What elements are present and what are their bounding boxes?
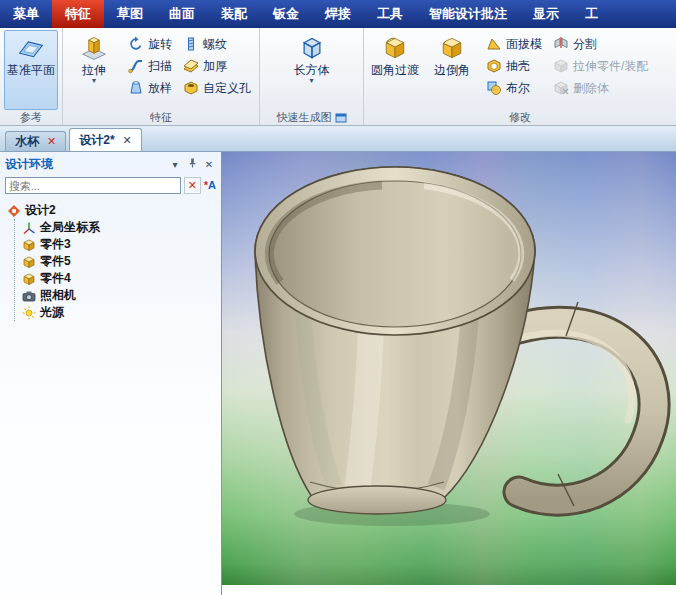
- draft-icon: [486, 36, 502, 52]
- doc-tab-design2-close-icon[interactable]: ✕: [123, 135, 132, 146]
- box-dropdown-icon[interactable]: ▾: [309, 77, 313, 85]
- split-button[interactable]: 分割: [549, 34, 652, 54]
- part-icon: [22, 238, 36, 252]
- extrude-dropdown-icon[interactable]: ▾: [92, 77, 96, 85]
- panel-title: 设计环境: [5, 156, 53, 173]
- reference-group-caption: 参考: [4, 110, 58, 125]
- menu-item-surface[interactable]: 曲面: [156, 0, 208, 28]
- datum-plane-icon: [17, 34, 45, 62]
- ribbon-group-reference: 基准平面 参考: [0, 28, 63, 125]
- shell-button[interactable]: 抽壳: [482, 56, 546, 76]
- ribbon-group-feature: 拉伸 ▾ 旋转: [63, 28, 260, 125]
- revolve-button[interactable]: 旋转: [124, 34, 176, 54]
- delete-body-button: 删除体: [549, 78, 652, 98]
- menu-item-sketch[interactable]: 草图: [104, 0, 156, 28]
- tree-item-part4[interactable]: 零件4: [22, 270, 219, 287]
- main-menubar: 菜单 特征 草图 曲面 装配 钣金 焊接 工具 智能设计批注 显示 工: [0, 0, 676, 28]
- tree-label-part4: 零件4: [40, 270, 71, 287]
- boolean-icon: [486, 80, 502, 96]
- tree-item-part5[interactable]: 零件5: [22, 253, 219, 270]
- panel-menu-icon[interactable]: ▾: [168, 159, 182, 171]
- tree-children: 全局坐标系 零件3: [14, 219, 219, 321]
- pin-icon[interactable]: [185, 157, 199, 172]
- boolean-button[interactable]: 布尔: [482, 78, 546, 98]
- menu-item-feature[interactable]: 特征: [52, 0, 104, 28]
- panel-close-icon[interactable]: ✕: [202, 159, 216, 171]
- panel-header: 设计环境 ▾ ✕: [0, 152, 221, 175]
- extrude-icon: [80, 34, 108, 62]
- light-source-icon: [22, 306, 36, 320]
- menu-item-smart-annotation[interactable]: 智能设计批注: [416, 0, 520, 28]
- menu-item-assembly[interactable]: 装配: [208, 0, 260, 28]
- extrude-button[interactable]: 拉伸 ▾: [67, 30, 121, 110]
- design-environment-panel: 设计环境 ▾ ✕ ✕ *A: [0, 152, 222, 595]
- viewport-3d-scene[interactable]: [222, 152, 676, 585]
- thicken-button[interactable]: 加厚: [179, 56, 255, 76]
- search-filter-icon[interactable]: *A: [204, 180, 216, 191]
- revolve-icon: [128, 36, 144, 52]
- boolean-label: 布尔: [506, 80, 530, 97]
- chamfer-label: 边倒角: [434, 64, 470, 77]
- datum-plane-button[interactable]: 基准平面: [4, 30, 58, 110]
- modify-small-column-2: 分割 拉伸零件/装配: [549, 30, 652, 110]
- delete-body-icon: [553, 80, 569, 96]
- stretch-part-button: 拉伸零件/装配: [549, 56, 652, 76]
- tree-item-part3[interactable]: 零件3: [22, 236, 219, 253]
- fillet-label: 圆角过渡: [371, 64, 419, 77]
- box-primitive-icon: [298, 34, 326, 62]
- viewport-3d[interactable]: [222, 152, 676, 595]
- custom-hole-label: 自定义孔: [203, 80, 251, 97]
- tree-item-design-root[interactable]: 设计2: [7, 202, 219, 219]
- split-icon: [553, 36, 569, 52]
- custom-hole-button[interactable]: 自定义孔: [179, 78, 255, 98]
- draft-label: 面拔模: [506, 36, 542, 53]
- loft-label: 放样: [148, 80, 172, 97]
- sweep-button[interactable]: 扫描: [124, 56, 176, 76]
- quick-dialog-launcher-icon[interactable]: [335, 112, 347, 124]
- coordinate-system-icon: [22, 221, 36, 235]
- pin-icon-glyph: [188, 157, 197, 169]
- doc-tab-design2[interactable]: 设计2* ✕: [69, 128, 142, 151]
- ribbon-group-modify: 圆角过渡 边倒角 面拔模: [364, 28, 676, 125]
- menu-item-display[interactable]: 显示: [520, 0, 572, 28]
- thread-button[interactable]: 螺纹: [179, 34, 255, 54]
- ribbon-group-quick-body: 长方体 ▾: [264, 30, 359, 110]
- loft-button[interactable]: 放样: [124, 78, 176, 98]
- menu-item-tools[interactable]: 工具: [364, 0, 416, 28]
- quick-group-caption-text: 快速生成图: [277, 110, 332, 125]
- doc-tab-water-cup[interactable]: 水杯 ✕: [5, 131, 66, 151]
- draft-button[interactable]: 面拔模: [482, 34, 546, 54]
- tree-label-part5: 零件5: [40, 253, 71, 270]
- quick-group-caption: 快速生成图: [264, 110, 359, 125]
- model-tree: 设计2 全局坐标系: [0, 198, 221, 595]
- menu-item-menu[interactable]: 菜单: [0, 0, 52, 28]
- cad-application-window: 菜单 特征 草图 曲面 装配 钣金 焊接 工具 智能设计批注 显示 工 基准平面…: [0, 0, 676, 595]
- chamfer-button[interactable]: 边倒角: [425, 30, 479, 110]
- ribbon-group-reference-body: 基准平面: [4, 30, 58, 110]
- thicken-label: 加厚: [203, 58, 227, 75]
- tree-item-camera[interactable]: 照相机: [22, 287, 219, 304]
- box-primitive-button[interactable]: 长方体 ▾: [285, 30, 339, 110]
- mug-foot: [308, 486, 446, 514]
- tree-item-global-coords[interactable]: 全局坐标系: [22, 219, 219, 236]
- feature-group-caption: 特征: [67, 110, 255, 125]
- shell-icon: [486, 58, 502, 74]
- menu-item-sheetmetal[interactable]: 钣金: [260, 0, 312, 28]
- datum-plane-label: 基准平面: [7, 64, 55, 77]
- search-clear-button[interactable]: ✕: [184, 177, 201, 194]
- tree-search-input[interactable]: [5, 177, 181, 194]
- feature-small-column-2: 螺纹 加厚 自定义孔: [179, 30, 255, 110]
- chamfer-icon: [438, 34, 466, 62]
- fillet-button[interactable]: 圆角过渡: [368, 30, 422, 110]
- tree-label-camera: 照相机: [40, 287, 76, 304]
- menu-item-truncated[interactable]: 工: [572, 0, 611, 28]
- loft-icon: [128, 80, 144, 96]
- doc-tab-water-cup-close-icon[interactable]: ✕: [47, 136, 56, 147]
- ribbon-group-quick: 长方体 ▾ 快速生成图: [260, 28, 364, 125]
- revolve-label: 旋转: [148, 36, 172, 53]
- split-label: 分割: [573, 36, 597, 53]
- tree-item-light[interactable]: 光源: [22, 304, 219, 321]
- ribbon-toolbar: 基准平面 参考 拉伸 ▾: [0, 28, 676, 126]
- main-content: 设计环境 ▾ ✕ ✕ *A: [0, 152, 676, 595]
- menu-item-weld[interactable]: 焊接: [312, 0, 364, 28]
